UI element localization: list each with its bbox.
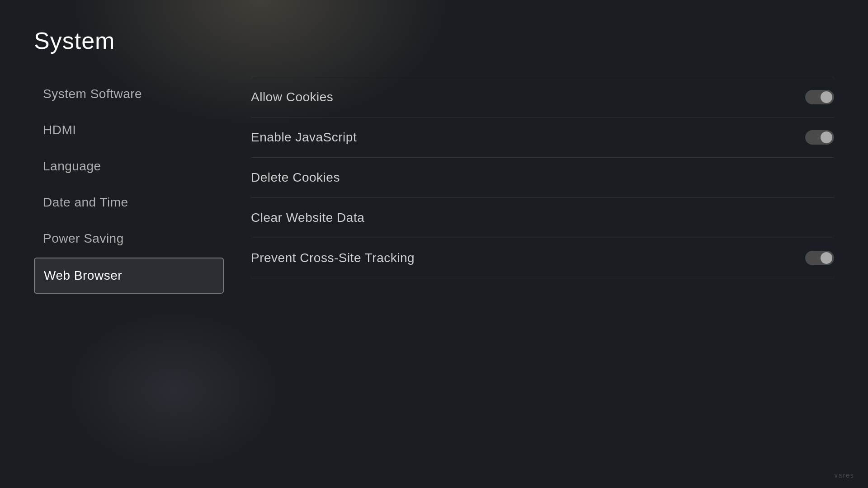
sidebar-item-web-browser[interactable]: Web Browser: [34, 258, 224, 294]
content-panel: Allow CookiesEnable JavaScriptDelete Coo…: [224, 63, 834, 470]
toggle-allow-cookies[interactable]: [805, 90, 834, 104]
sidebar-item-date-and-time[interactable]: Date and Time: [34, 185, 224, 220]
setting-row-clear-website-data[interactable]: Clear Website Data: [251, 198, 834, 238]
main-layout: System SoftwareHDMILanguageDate and Time…: [34, 63, 834, 470]
setting-label-prevent-cross-site-tracking: Prevent Cross-Site Tracking: [251, 251, 415, 265]
sidebar-item-power-saving[interactable]: Power Saving: [34, 221, 224, 256]
sidebar-item-system-software[interactable]: System Software: [34, 77, 224, 111]
setting-row-delete-cookies[interactable]: Delete Cookies: [251, 158, 834, 198]
setting-label-delete-cookies: Delete Cookies: [251, 170, 340, 185]
setting-label-allow-cookies: Allow Cookies: [251, 90, 333, 104]
toggle-prevent-cross-site-tracking[interactable]: [805, 251, 834, 265]
toggle-enable-javascript[interactable]: [805, 130, 834, 145]
watermark: vares: [835, 472, 854, 479]
setting-row-allow-cookies: Allow Cookies: [251, 77, 834, 117]
sidebar: System SoftwareHDMILanguageDate and Time…: [34, 63, 224, 470]
setting-row-prevent-cross-site-tracking: Prevent Cross-Site Tracking: [251, 238, 834, 278]
sidebar-item-hdmi[interactable]: HDMI: [34, 113, 224, 147]
setting-label-clear-website-data: Clear Website Data: [251, 211, 364, 225]
sidebar-item-language[interactable]: Language: [34, 149, 224, 183]
setting-label-enable-javascript: Enable JavaScript: [251, 130, 357, 145]
setting-row-enable-javascript: Enable JavaScript: [251, 117, 834, 158]
page-title: System: [34, 27, 115, 54]
